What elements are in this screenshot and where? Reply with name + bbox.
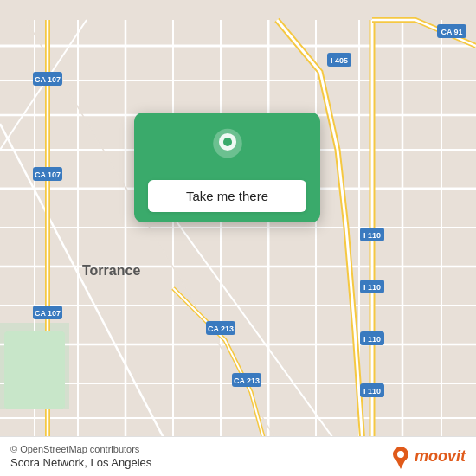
svg-text:I 110: I 110 bbox=[363, 335, 381, 344]
svg-text:I 405: I 405 bbox=[331, 56, 348, 65]
svg-point-61 bbox=[397, 451, 404, 458]
moovit-brand-text: moovit bbox=[415, 447, 466, 466]
bottom-bar: © OpenStreetMap contributors Scora Netwo… bbox=[0, 436, 476, 476]
svg-text:CA 213: CA 213 bbox=[234, 376, 260, 385]
svg-text:I 110: I 110 bbox=[363, 387, 381, 396]
map-svg: I 405 I 110 I 110 I 110 I 110 CA 91 CA 1… bbox=[0, 0, 476, 476]
svg-rect-0 bbox=[0, 20, 476, 456]
location-pin-icon bbox=[209, 128, 246, 164]
location-text: Scora Network, Los Angeles bbox=[10, 456, 151, 469]
svg-text:CA 91: CA 91 bbox=[441, 28, 462, 36]
svg-text:I 110: I 110 bbox=[363, 231, 381, 240]
svg-text:CA 107: CA 107 bbox=[35, 75, 61, 84]
svg-text:Torrance: Torrance bbox=[82, 263, 140, 278]
svg-text:CA 213: CA 213 bbox=[208, 325, 234, 333]
moovit-pin-icon bbox=[391, 445, 410, 469]
svg-text:CA 107: CA 107 bbox=[35, 309, 61, 318]
svg-text:CA 107: CA 107 bbox=[35, 170, 61, 179]
popup-card: Take me there bbox=[134, 113, 320, 222]
take-me-there-button[interactable]: Take me there bbox=[148, 180, 306, 212]
svg-point-58 bbox=[222, 138, 231, 146]
svg-marker-60 bbox=[396, 459, 406, 469]
moovit-logo: moovit bbox=[391, 445, 466, 469]
svg-text:I 110: I 110 bbox=[363, 283, 381, 292]
map-container: I 405 I 110 I 110 I 110 I 110 CA 91 CA 1… bbox=[0, 0, 476, 476]
svg-rect-55 bbox=[4, 331, 65, 409]
osm-attribution: © OpenStreetMap contributors bbox=[10, 444, 151, 454]
